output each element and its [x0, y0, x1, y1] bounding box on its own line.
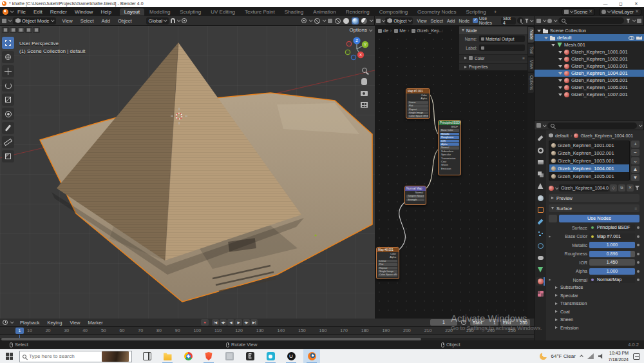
- camera-view-icon[interactable]: [360, 89, 368, 97]
- node-row[interactable]: Alpha: [408, 97, 428, 100]
- properties-panel-row[interactable]: Properties: [459, 63, 527, 70]
- outliner-row-mesh-001[interactable]: Mesh.001: [535, 41, 644, 48]
- expand-icon[interactable]: [537, 30, 541, 32]
- node-row[interactable]: Alpha: [378, 256, 397, 259]
- timeline-menu-item[interactable]: View: [66, 319, 83, 326]
- node-row[interactable]: Flat: [378, 263, 397, 266]
- material-icon[interactable]: [549, 186, 554, 191]
- transport-button[interactable]: ▶|: [251, 319, 258, 326]
- properties-tab-object[interactable]: [536, 206, 545, 214]
- taskbar-app-chrome[interactable]: [180, 349, 196, 363]
- minimize-button[interactable]: —: [598, 0, 613, 7]
- shader-search-field[interactable]: [517, 17, 524, 24]
- keyframe-dot-icon[interactable]: [637, 270, 639, 273]
- unlink-button[interactable]: ✕: [627, 184, 634, 191]
- mode-dropdown[interactable]: Object Mode: [13, 17, 56, 25]
- node-row[interactable]: Metallic: [440, 133, 459, 135]
- filter-icon[interactable]: [635, 186, 639, 190]
- playhead[interactable]: 1: [15, 328, 24, 334]
- npanel-tab-options[interactable]: Options: [528, 73, 534, 92]
- slot-button[interactable]: ▼: [631, 174, 639, 181]
- display-mode-icon[interactable]: [547, 19, 552, 23]
- use-nodes-checkbox[interactable]: [473, 18, 477, 23]
- outliner-row-gizeh-1006[interactable]: Gizeh_Kephren_1006.001: [535, 84, 644, 91]
- cursor-tool[interactable]: [2, 51, 14, 63]
- node-row[interactable]: Color Space sRGB: [408, 115, 428, 117]
- taskbar-app-brave[interactable]: [200, 349, 217, 363]
- render-visibility-icon[interactable]: [636, 36, 642, 40]
- menu-item[interactable]: File: [14, 8, 29, 15]
- material-property-row[interactable]: Metallic 1.000: [549, 242, 639, 249]
- rotate-tool[interactable]: [2, 79, 14, 92]
- breadcrumb-object[interactable]: default: [555, 133, 569, 138]
- taskbar-app-photos[interactable]: [221, 349, 238, 363]
- node-row[interactable]: Base Color: [440, 129, 459, 132]
- outliner-row-gizeh-1001[interactable]: Gizeh_Kephren_1001.001: [535, 48, 644, 55]
- transport-button[interactable]: ◀•: [220, 319, 227, 326]
- shading-solid-icon[interactable]: [343, 18, 349, 24]
- properties-tab-physics[interactable]: [536, 242, 545, 250]
- volume-icon[interactable]: [598, 353, 604, 359]
- node-name-field[interactable]: Material Output: [479, 35, 525, 42]
- node-row[interactable]: Linear: [378, 260, 397, 262]
- value-widget[interactable]: 1.000: [589, 242, 635, 248]
- node-row[interactable]: IOR: [440, 140, 459, 142]
- material-slot[interactable]: Gizeh_Kephren_1003.001: [549, 157, 629, 164]
- taskbar-search[interactable]: [19, 351, 132, 362]
- transport-button[interactable]: ◀: [227, 319, 234, 326]
- xray-toggle-icon[interactable]: [328, 19, 332, 23]
- blender-menu-icon[interactable]: [3, 9, 8, 15]
- node-row[interactable]: Alpha: [440, 143, 459, 146]
- value-widget[interactable]: 1.450: [589, 259, 635, 266]
- material-slot[interactable]: Gizeh_Kephren_1004.001: [549, 164, 629, 172]
- node-row[interactable]: Repeat: [378, 267, 397, 270]
- node-row[interactable]: Sheen: [440, 164, 459, 166]
- value-widget[interactable]: 1.000: [589, 268, 635, 275]
- viewport-menu-item[interactable]: Object: [115, 17, 135, 25]
- menu-item[interactable]: Render: [47, 8, 70, 15]
- menu-item[interactable]: Edit: [30, 8, 46, 15]
- task-view-button[interactable]: [138, 349, 155, 363]
- shader-menu-item[interactable]: Add: [445, 18, 457, 24]
- material-property-row[interactable]: Normal Normal/Map: [549, 277, 639, 284]
- filter-icon[interactable]: [525, 19, 529, 23]
- expand-icon[interactable]: [558, 93, 562, 96]
- value-widget[interactable]: Normal/Map: [589, 277, 635, 283]
- slot-button[interactable]: ▲: [631, 166, 639, 173]
- node-output-socket[interactable]: BSDF: [440, 126, 459, 128]
- search-input[interactable]: [29, 353, 99, 359]
- collapsed-section-row[interactable]: Specular: [549, 291, 639, 300]
- npanel-tab-view[interactable]: View: [528, 57, 534, 72]
- node-row[interactable]: Color: [378, 253, 397, 255]
- surface-panel[interactable]: Surface ≡: [549, 204, 639, 212]
- editor-type-icon[interactable]: [536, 19, 541, 23]
- material-slot[interactable]: Gizeh_Kephren_1001.001: [549, 141, 629, 149]
- properties-tab-constraints[interactable]: [536, 253, 545, 262]
- workspace-tab-animation[interactable]: Animation: [308, 8, 341, 15]
- clock[interactable]: 10:43 PM 7/18/2024: [609, 350, 629, 362]
- node-row[interactable]: Tangent Space: [406, 195, 424, 197]
- transport-button[interactable]: •▶: [243, 319, 250, 326]
- workspace-tab-compositing[interactable]: Compositing: [375, 8, 412, 15]
- menu-item[interactable]: Window: [71, 8, 96, 15]
- workspace-tab-geometry-nodes[interactable]: Geometry Nodes: [413, 8, 460, 15]
- image-texture-node[interactable]: Map #7.001 ColorAlphaLinearFlatRepeatSin…: [406, 88, 430, 119]
- properties-tab-modifiers[interactable]: [536, 218, 545, 226]
- collapsed-section-row[interactable]: Subsurface: [549, 284, 639, 292]
- breadcrumb-item[interactable]: Me: [390, 28, 406, 33]
- node-row[interactable]: Normal: [406, 191, 424, 194]
- action-center-icon[interactable]: [633, 353, 640, 360]
- add-cube-tool[interactable]: [2, 150, 14, 162]
- keyframe-dot-icon[interactable]: [637, 253, 639, 255]
- viewport-filter-icon[interactable]: [25, 27, 32, 33]
- color-panel-row[interactable]: Color ≡: [459, 54, 527, 61]
- workspace-tab-r endering[interactable]: Rendering: [341, 8, 374, 15]
- weather-moon-icon[interactable]: [540, 353, 547, 360]
- node-row[interactable]: Flat: [408, 104, 428, 107]
- outliner-row-gizeh-1005[interactable]: Gizeh_Kephren_1005.001: [535, 77, 644, 84]
- shading-wireframe-icon[interactable]: [335, 18, 341, 24]
- overlays-toggle-icon[interactable]: [314, 18, 320, 24]
- use-nodes-button[interactable]: Use Nodes: [559, 215, 639, 222]
- breadcrumb-item[interactable]: de: [378, 28, 388, 33]
- pan-hand-icon[interactable]: [360, 77, 368, 86]
